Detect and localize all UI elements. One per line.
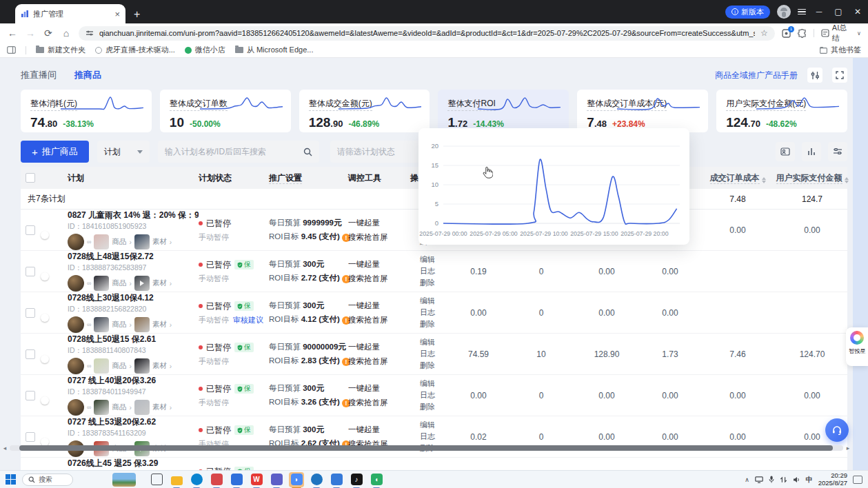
log-link[interactable]: 日志 [420, 307, 448, 318]
maximize-button[interactable]: ▢ [832, 7, 845, 17]
one-key-boost-link[interactable]: 一键起量 [348, 301, 410, 311]
material-thumbnail[interactable] [134, 317, 150, 332]
other-bookmarks[interactable]: 其他书签 [820, 45, 861, 55]
wechat-icon[interactable]: ◖ [369, 472, 384, 487]
app-docs-icon[interactable] [329, 472, 344, 487]
profile-avatar[interactable] [777, 5, 791, 19]
fullscreen-icon[interactable] [832, 68, 847, 83]
potplayer-icon[interactable] [309, 472, 324, 487]
search-top-screen-link[interactable]: 搜索抢首屏 [348, 356, 410, 367]
new-version-button[interactable]: i新版本 [725, 6, 770, 19]
col-order-cost[interactable]: 成交订单成本 [700, 172, 775, 184]
one-key-boost-link[interactable]: 一键起量 [348, 383, 410, 394]
plan-title[interactable]: 0728线上30退10保4.12 [68, 292, 199, 304]
custom-audience-icon[interactable] [776, 142, 795, 161]
log-link[interactable]: 日志 [420, 431, 448, 442]
extensions-puzzle-icon[interactable] [798, 29, 807, 38]
material-thumbnail[interactable] [134, 358, 150, 374]
wps-icon[interactable]: W [249, 472, 264, 487]
material-thumbnail[interactable] [134, 276, 150, 291]
edit-link[interactable]: 编辑 [420, 337, 448, 347]
extension-icon[interactable]: 1 [782, 29, 791, 38]
search-top-screen-link[interactable]: 搜索抢首屏 [348, 398, 410, 408]
bookmark-weixin-shop[interactable]: 微信小店 [185, 45, 225, 55]
product-link[interactable]: 商品 [112, 278, 126, 288]
product-link[interactable]: 商品 [112, 361, 126, 371]
plan-filter-select[interactable]: 计划 [97, 141, 150, 163]
qianchuan-app-icon[interactable]: ◗ [289, 472, 304, 487]
taskbar-search[interactable]: 搜索 [22, 474, 73, 486]
microphone-icon[interactable] [769, 476, 774, 483]
network-icon[interactable] [780, 476, 787, 483]
douyin-icon[interactable]: ♪ [349, 472, 364, 487]
material-link[interactable]: 素材 [152, 361, 167, 371]
one-key-boost-link[interactable]: 一键起量 [348, 425, 410, 435]
plan-title[interactable]: 0728线上48退15保2.72 [68, 251, 199, 263]
promote-product-button[interactable]: +推广商品 [21, 141, 89, 163]
horizontal-scrollbar[interactable]: ◂ ▸ [0, 444, 853, 452]
minimize-button[interactable]: ─ [813, 7, 825, 17]
task-view-icon[interactable] [149, 472, 164, 487]
search-top-screen-link[interactable]: 搜索抢首屏 [348, 274, 410, 284]
log-link[interactable]: 日志 [420, 390, 448, 400]
bookmark-from-edge[interactable]: 从 Microsoft Edge... [235, 45, 314, 55]
material-link[interactable]: 素材 [152, 278, 167, 288]
plan-title[interactable]: 0727 线上40退20保3.26 [68, 375, 199, 387]
taskbar-clock[interactable]: 20:29 2025/8/27 [818, 472, 847, 487]
col-status[interactable]: 计划状态 [199, 172, 269, 184]
plan-title[interactable]: 0728线上50退15 保2.61 [68, 334, 199, 345]
stat-card[interactable]: 整体成交订单成本(元) 7.48 +23.84% [577, 90, 708, 132]
scroll-right-icon[interactable]: ▸ [843, 445, 853, 451]
volume-icon[interactable] [793, 476, 800, 483]
plan-title[interactable]: 0726线上45 退25 保3.29 [68, 458, 199, 469]
col-tools[interactable]: 调控工具 [348, 172, 410, 184]
material-thumbnail[interactable] [134, 400, 150, 415]
stat-card[interactable]: 整体成交订单数 10 -50.00% [160, 90, 291, 132]
delete-link[interactable]: 删除 [420, 360, 448, 371]
search-top-screen-link[interactable]: 搜索抢首屏 [348, 315, 410, 325]
assistant-widget[interactable]: 智投星 [846, 327, 868, 366]
one-key-boost-link[interactable]: 一键起量 [348, 218, 410, 228]
search-input[interactable] [165, 147, 289, 156]
search-box[interactable] [158, 141, 319, 163]
hidden-icons-chevron[interactable]: ∧ [745, 476, 749, 483]
start-button-icon[interactable] [6, 474, 16, 485]
tab-product[interactable]: 推商品 [74, 69, 101, 81]
edit-link[interactable]: 编辑 [420, 420, 448, 430]
delete-link[interactable]: 删除 [420, 402, 448, 412]
edit-link[interactable]: 编辑 [420, 378, 448, 389]
app-red-icon[interactable] [209, 472, 224, 487]
row-checkbox[interactable] [26, 225, 35, 235]
url-bar[interactable]: qianchuan.jinritemai.com/uni-prom?aavid=… [79, 26, 775, 41]
one-key-boost-link[interactable]: 一键起量 [348, 342, 410, 352]
material-link[interactable]: 素材 [152, 320, 167, 329]
widgets-weather-icon[interactable] [112, 473, 136, 487]
edit-link[interactable]: 编辑 [420, 296, 448, 306]
column-settings-icon[interactable] [828, 142, 847, 161]
delete-link[interactable]: 删除 [420, 319, 448, 329]
scrollbar-thumb[interactable] [19, 445, 833, 451]
reload-button[interactable]: ⟳ [43, 28, 54, 39]
product-thumbnail[interactable] [94, 234, 109, 250]
row-checkbox[interactable] [26, 267, 35, 276]
home-button[interactable]: ⌂ [61, 28, 72, 39]
notification-center-icon[interactable] [853, 476, 862, 484]
product-link[interactable]: 商品 [112, 403, 126, 412]
display-icon[interactable] [755, 476, 763, 483]
row-checkbox[interactable] [26, 349, 35, 359]
ime-indicator[interactable]: 中 [806, 475, 813, 485]
bookmark-star-icon[interactable]: ☆ [760, 28, 768, 38]
chart-columns-icon[interactable] [802, 142, 821, 161]
app-purple-icon[interactable] [269, 472, 284, 487]
col-user-paid[interactable]: 用户实际支付金额 [775, 172, 849, 184]
row-checkbox[interactable] [26, 432, 35, 442]
search-top-screen-link[interactable]: 搜索抢首屏 [348, 232, 410, 243]
bookmark-new-folder[interactable]: 新建文件夹 [36, 45, 85, 55]
browser-tab[interactable]: 推广管理 × [15, 4, 125, 23]
stat-card[interactable]: 整体成交金额(元) 128.90 -46.89% [299, 90, 430, 132]
product-link[interactable]: 商品 [112, 237, 126, 247]
stat-card[interactable]: 整体消耗(元) 74.80 -38.13% [21, 90, 152, 132]
row-checkbox[interactable] [26, 391, 35, 400]
plan-title[interactable]: 0727 线上53退20保2.62 [68, 416, 199, 428]
plan-title[interactable]: 0827 儿童雨衣 14% 退：20% 保：9.92 [68, 210, 199, 221]
